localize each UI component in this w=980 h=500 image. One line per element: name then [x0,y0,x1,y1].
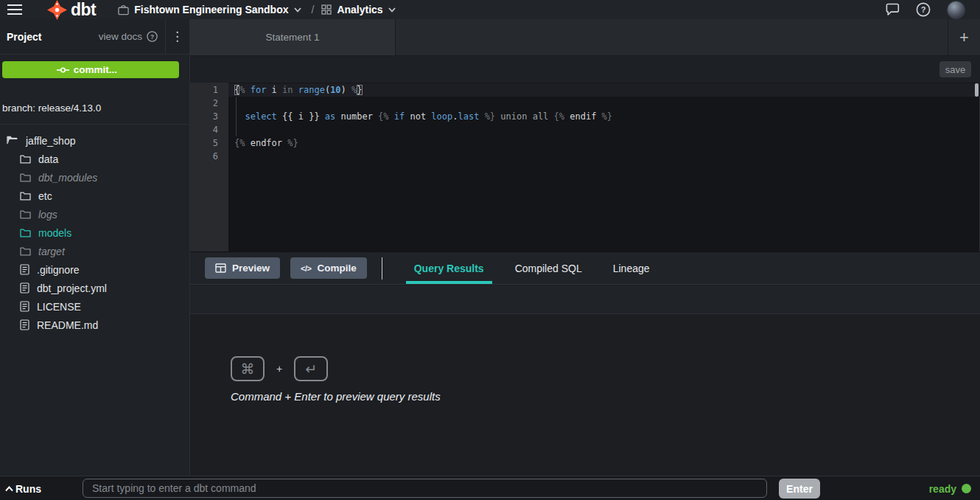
status-dot [962,484,971,493]
help-circle-icon: ? [147,31,158,42]
code-line[interactable] [234,150,980,163]
tree-item-label: data [38,153,58,165]
shortcut-hint-text: Command + Enter to preview query results [231,390,441,403]
briefcase-icon [118,4,129,15]
sidebar-divider [0,124,189,125]
branch-label: branch: release/4.13.0 [2,103,101,114]
tree-item-label: LICENSE [37,301,81,313]
toolbar-divider [382,257,382,279]
save-button[interactable]: save [939,61,971,77]
user-avatar[interactable] [947,1,965,19]
compile-button[interactable]: </> Compile [290,257,367,279]
table-icon [215,263,226,273]
code-area[interactable]: {% for i in range(10) %} select {{ i }} … [228,83,980,251]
dbt-logo-text: dbt [71,0,96,20]
line-number: 4 [190,123,218,136]
results-tabs: Query ResultsCompiled SQLLineage [399,252,665,284]
folder-icon [20,247,31,256]
tree-item-logs[interactable]: logs [0,205,189,223]
dbt-logo[interactable]: dbt [47,0,96,20]
svg-text:?: ? [150,33,154,41]
folder-icon [20,210,31,219]
chat-icon[interactable] [886,3,900,16]
commit-button[interactable]: commit... [2,61,179,78]
line-number: 2 [190,97,218,110]
folder-icon [20,192,31,201]
account-name: Fishtown Engineering Sandbox [134,4,288,15]
folder-icon [20,173,31,182]
results-tab-compiled-sql[interactable]: Compiled SQL [500,252,598,284]
line-number-gutter: 123456 [190,83,228,251]
tree-item-dbt-project-yml[interactable]: dbt_project.yml [0,279,189,297]
tree-item-label: etc [38,190,52,202]
preview-button[interactable]: Preview [205,257,280,279]
dbt-logo-icon [47,0,67,20]
tree-item-data[interactable]: data [0,150,189,168]
code-editor[interactable]: 123456 {% for i in range(10) %} select {… [190,83,980,251]
dbt-command-input[interactable] [83,479,767,498]
return-key-icon: ↵ [294,356,328,381]
tree-item-license[interactable]: LICENSE [0,297,189,316]
plus-sign: + [276,363,282,375]
enter-button[interactable]: Enter [779,479,820,499]
file-icon [20,282,29,294]
editor-tab-bar: Statement 1 + [190,19,980,56]
tree-item-label: README.md [37,319,98,331]
line-number: 5 [190,136,218,150]
new-tab-button[interactable]: + [948,19,980,55]
tree-item--gitignore[interactable]: .gitignore [0,260,189,279]
runs-toggle[interactable]: Runs [5,476,41,500]
tree-item-target[interactable]: target [0,242,189,260]
results-tab-lineage[interactable]: Lineage [598,252,665,284]
chevron-down-icon[interactable] [172,67,179,72]
query-results-pane: ⌘ + ↵ Command + Enter to preview query r… [190,314,980,476]
editor-toolbar: save [190,56,980,83]
command-key-icon: ⌘ [231,356,265,381]
bottom-command-bar: Runs Enter ready [0,476,980,500]
file-icon [20,264,29,275]
code-line[interactable]: {% endfor %} [234,136,980,150]
main-area: Statement 1 + save 123456 {% for i in ra… [190,19,980,476]
status-indicator: ready [929,476,971,500]
sidebar-header: Project view docs ? ⋮ [0,19,189,55]
hamburger-menu-icon[interactable] [0,0,29,19]
line-number: 6 [190,150,218,163]
top-bar: dbt Fishtown Engineering Sandbox / Analy… [0,0,980,19]
grid-icon [321,4,332,15]
code-line[interactable] [234,97,980,110]
results-tab-query-results[interactable]: Query Results [399,252,500,284]
runs-label: Runs [15,483,41,495]
help-icon[interactable]: ? [916,2,931,17]
git-commit-icon [57,66,69,74]
code-icon: </> [301,264,311,273]
line-number: 3 [190,110,218,123]
tree-item-readme-md[interactable]: README.md [0,316,189,334]
project-selector[interactable]: Analytics [321,4,395,15]
folder-icon [20,155,31,164]
sidebar: Project view docs ? ⋮ commit... branch: … [0,19,190,476]
view-docs-link[interactable]: view docs ? [99,31,165,42]
editor-scrollbar-thumb[interactable] [975,83,979,97]
tree-item-label: jaffle_shop [26,135,75,147]
code-line[interactable]: select {{ i }} as number {% if not loop.… [234,110,980,123]
tab-statement-1[interactable]: Statement 1 [190,19,396,55]
tree-item-etc[interactable]: etc [0,187,189,205]
tree-item-label: dbt_modules [38,172,97,184]
tree-item-dbt-modules[interactable]: dbt_modules [0,168,189,187]
svg-text:?: ? [921,5,926,14]
account-selector[interactable]: Fishtown Engineering Sandbox [118,4,301,15]
tree-item-jaffle-shop[interactable]: jaffle_shop [0,131,189,150]
code-line[interactable]: {% for i in range(10) %} [234,83,980,97]
tree-item-label: models [38,227,71,239]
kebab-menu-icon[interactable]: ⋮ [166,29,189,44]
tree-item-models[interactable]: models [0,223,189,242]
line-number: 1 [190,83,218,97]
tree-item-label: logs [38,209,57,221]
file-icon [20,301,29,312]
results-panel-toolbar: Preview </> Compile Query ResultsCompile… [190,251,980,285]
status-label: ready [929,483,956,495]
code-line[interactable] [234,123,980,136]
tree-item-label: target [38,246,65,257]
chevron-down-icon [294,7,301,13]
tree-item-label: .gitignore [37,264,80,276]
